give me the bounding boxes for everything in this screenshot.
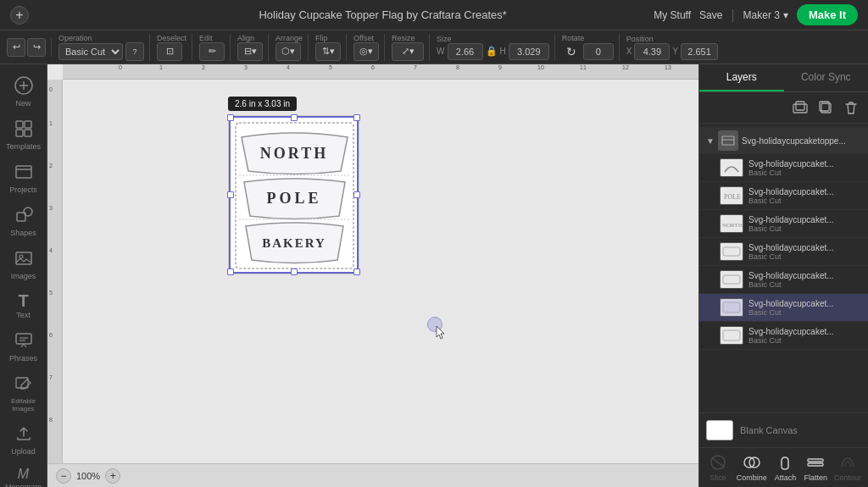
arrange-button[interactable]: ⬡▾: [275, 42, 301, 61]
blank-canvas-swatch[interactable]: [706, 420, 733, 440]
operation-info-button[interactable]: ?: [125, 42, 144, 61]
artboard[interactable]: NORTH POLE BAKERY: [228, 115, 359, 274]
contour-action[interactable]: Contour: [834, 453, 861, 482]
sidebar-item-editable-images-label: Editable Images: [7, 397, 41, 412]
sidebar-item-templates-label: Templates: [6, 142, 41, 151]
templates-icon: [14, 119, 33, 141]
layer-item-selected[interactable]: Svg-holidaycupcaket... Basic Cut: [699, 294, 868, 322]
sidebar-item-images[interactable]: Images: [3, 244, 44, 285]
undo-button[interactable]: ↩: [7, 38, 25, 57]
height-label: H: [500, 47, 506, 56]
sidebar-item-phrases[interactable]: Phrases: [3, 326, 44, 368]
monogram-icon: M: [18, 468, 29, 481]
group-layers-button[interactable]: [790, 97, 810, 118]
sidebar-item-projects-label: Projects: [9, 185, 37, 194]
rotate-label: Rotate: [562, 34, 614, 42]
flatten-action[interactable]: Flatten: [804, 453, 827, 482]
sidebar-item-text-label: Text: [16, 311, 31, 319]
sidebar-item-shapes[interactable]: Shapes: [3, 201, 44, 242]
phrases-icon: [14, 331, 33, 352]
layer-op-4: Basic Cut: [748, 252, 861, 261]
sidebar-item-templates[interactable]: Templates: [3, 114, 44, 156]
rotate-input[interactable]: [583, 43, 614, 60]
offset-group: Offset ◎▾: [353, 34, 385, 61]
attach-icon: [773, 453, 797, 472]
operation-select[interactable]: Basic Cut: [58, 43, 123, 60]
layer-info-4: Svg-holidaycupcaket... Basic Cut: [748, 243, 861, 261]
layer-item[interactable]: Svg-holidaycupcaket... Basic Cut: [699, 266, 868, 294]
make-it-button[interactable]: Make It: [797, 4, 858, 25]
svg-rect-12: [16, 334, 31, 344]
undo-redo-group: ↩ ↪: [7, 38, 52, 57]
offset-button[interactable]: ◎▾: [353, 42, 379, 61]
canvas-area[interactable]: 0 1 2 3 4 5 6 7 8 9 10 11 12 13 14 15 0 …: [47, 64, 698, 487]
size-group: Size W 🔒 H: [437, 35, 555, 60]
attach-label: Attach: [775, 473, 797, 482]
sidebar-item-monogram[interactable]: M Monogram: [3, 462, 44, 487]
save-button[interactable]: Save: [699, 9, 722, 21]
svg-rect-3: [16, 121, 23, 128]
canvas-content[interactable]: 2.6 in x 3.03 in: [63, 80, 698, 463]
deselect-button[interactable]: ⊡: [157, 42, 182, 61]
slice-action[interactable]: Slice: [706, 453, 730, 482]
tab-layers[interactable]: Layers: [699, 64, 784, 91]
y-input[interactable]: [681, 43, 718, 60]
layer-name-5: Svg-holidaycupcaket...: [748, 271, 861, 280]
align-button[interactable]: ⊟▾: [237, 42, 263, 61]
redo-button[interactable]: ↪: [27, 38, 46, 57]
x-label: X: [626, 47, 632, 56]
attach-action[interactable]: Attach: [773, 453, 797, 482]
y-label: Y: [672, 47, 678, 56]
blank-canvas-label: Blank Canvas: [740, 425, 798, 435]
svg-point-11: [19, 255, 23, 258]
layer-item[interactable]: POLE Svg-holidaycupcaket... Basic Cut: [699, 182, 868, 210]
sidebar-item-new[interactable]: New: [3, 71, 44, 113]
layer-item[interactable]: Svg-holidaycupcaket... Basic Cut: [699, 154, 868, 182]
sidebar-item-upload-label: Upload: [11, 447, 36, 456]
align-label: Align: [237, 34, 263, 42]
right-panel: Layers Color Sync ▼ Svg-holidaycup: [698, 64, 868, 487]
sidebar-item-text[interactable]: T Text: [3, 287, 44, 324]
machine-selector[interactable]: Maker 3 ▾: [743, 9, 788, 21]
svg-rect-10: [16, 252, 31, 264]
tab-color-sync[interactable]: Color Sync: [784, 64, 869, 91]
svg-text:POLE: POLE: [724, 193, 741, 201]
layer-group-header[interactable]: ▼ Svg-holidaycupcaketoppe...: [699, 127, 868, 154]
layer-info-6: Svg-holidaycupcaket... Basic Cut: [748, 299, 861, 317]
width-input[interactable]: [448, 43, 483, 60]
left-sidebar: New Templates Projects Shapes Images: [0, 64, 47, 487]
edit-button[interactable]: ✏: [199, 42, 225, 61]
layer-item[interactable]: NORTH Svg-holidaycupcaket... Basic Cut: [699, 210, 868, 238]
sidebar-item-editable-images[interactable]: Editable Images: [3, 369, 44, 418]
sidebar-item-upload[interactable]: Upload: [3, 419, 44, 461]
zoom-out-button[interactable]: −: [56, 468, 71, 484]
sidebar-item-projects[interactable]: Projects: [3, 158, 44, 199]
width-label: W: [437, 47, 444, 56]
divider: |: [731, 8, 734, 23]
projects-icon: [14, 163, 33, 184]
duplicate-layer-button[interactable]: [815, 97, 836, 118]
shapes-icon: [14, 206, 33, 227]
resize-button[interactable]: ⤢▾: [392, 42, 424, 61]
my-stuff-link[interactable]: My Stuff: [654, 9, 691, 21]
dimension-tooltip: 2.6 in x 3.03 in: [228, 97, 297, 111]
zoom-in-button[interactable]: +: [105, 468, 120, 484]
layer-item[interactable]: Svg-holidaycupcaket... Basic Cut: [699, 238, 868, 266]
height-input[interactable]: [509, 43, 549, 60]
svg-rect-32: [723, 330, 740, 340]
svg-rect-37: [808, 459, 823, 462]
layer-name-2: Svg-holidaycupcaket...: [748, 187, 861, 196]
contour-label: Contour: [834, 473, 861, 482]
combine-action[interactable]: Combine: [737, 453, 767, 482]
flip-button[interactable]: ⇅▾: [315, 42, 341, 61]
x-input[interactable]: [634, 43, 670, 60]
svg-rect-29: [723, 247, 740, 256]
svg-text:POLE: POLE: [266, 190, 321, 207]
layer-op-3: Basic Cut: [748, 224, 861, 233]
layer-op-1: Basic Cut: [748, 169, 861, 177]
new-button[interactable]: +: [10, 6, 29, 25]
layer-item[interactable]: Svg-holidaycupcaket... Basic Cut: [699, 322, 868, 350]
delete-layer-button[interactable]: [841, 97, 861, 118]
lock-icon[interactable]: 🔒: [486, 46, 498, 57]
svg-rect-6: [25, 130, 31, 136]
